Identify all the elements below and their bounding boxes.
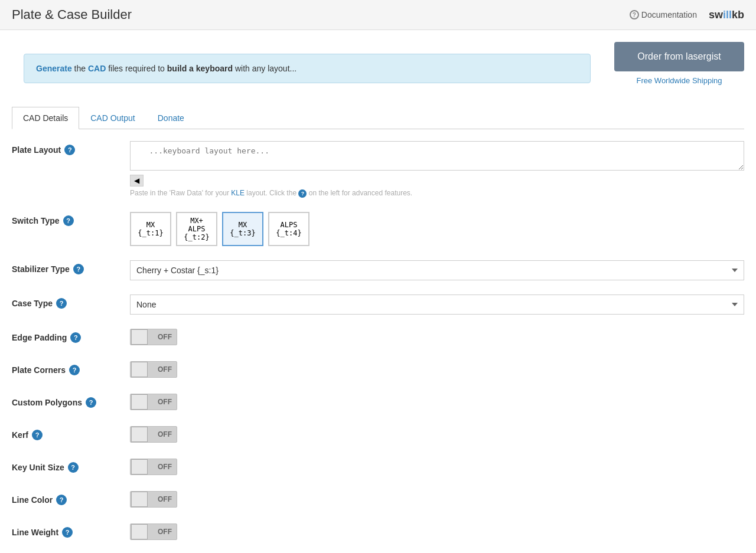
stabilizer-type-select[interactable]: Cherry + Costar {_s:1} Cherry {_s:2} Cos… [130, 260, 744, 280]
banner: Generate the CAD files required to build… [24, 54, 591, 83]
custom-polygons-help-icon[interactable]: ? [86, 397, 96, 408]
switch-type-control: MX{_t:1} MX+ALPS{_t:2} MX{_t:3} ALPS{_t:… [130, 212, 744, 246]
kle-link[interactable]: KLE [231, 189, 245, 197]
tab-cad-output[interactable]: CAD Output [79, 107, 146, 129]
main-content: Plate Layout ? ◀ Paste in the 'Raw Data'… [12, 141, 744, 553]
plate-layout-control: ◀ Paste in the 'Raw Data' for your KLE l… [130, 141, 744, 198]
switch-btn-mx-alps2[interactable]: MX+ALPS{_t:2} [176, 212, 217, 246]
kerf-toggle-knob [131, 427, 148, 442]
case-type-row: Case Type ? None Sandwich Poker [12, 295, 744, 315]
edge-padding-row: Edge Padding ? OFF [12, 329, 744, 347]
plate-corners-toggle-knob [131, 362, 148, 377]
header: Plate & Case Builder ? Documentation swi… [0, 0, 756, 30]
key-unit-size-row: Key Unit Size ? OFF [12, 459, 744, 477]
tab-cad-details[interactable]: CAD Details [12, 107, 79, 129]
line-color-label: Line Color ? [12, 491, 130, 505]
stabilizer-type-row: Stabilizer Type ? Cherry + Costar {_s:1}… [12, 260, 744, 280]
layout-scroll-area [130, 141, 744, 172]
switch-btn-alps4[interactable]: ALPS{_t:4} [268, 212, 309, 246]
custom-polygons-row: Custom Polygons ? OFF [12, 394, 744, 412]
line-color-toggle-knob [131, 492, 148, 507]
documentation-link[interactable]: ? Documentation [630, 10, 697, 19]
line-weight-control: OFF [130, 523, 744, 542]
custom-polygons-toggle-knob [131, 394, 148, 410]
tab-donate[interactable]: Donate [146, 107, 195, 129]
line-color-control: OFF [130, 491, 744, 509]
switch-type-row: Switch Type ? MX{_t:1} MX+ALPS{_t:2} MX{… [12, 212, 744, 246]
key-unit-size-toggle[interactable]: OFF [130, 459, 177, 475]
line-weight-toggle[interactable]: OFF [130, 523, 177, 540]
key-unit-size-toggle-label: OFF [158, 463, 172, 471]
layout-collapse-button[interactable]: ◀ [130, 175, 144, 186]
plate-layout-help-icon[interactable]: ? [64, 145, 75, 155]
free-shipping-text: Free Worldwide Shipping [614, 76, 744, 85]
order-button[interactable]: Order from lasergist [614, 42, 744, 71]
custom-polygons-label: Custom Polygons ? [12, 394, 130, 408]
logo: swillkb [709, 9, 744, 21]
stabilizer-type-control: Cherry + Costar {_s:1} Cherry {_s:2} Cos… [130, 260, 744, 280]
documentation-label: Documentation [641, 10, 697, 19]
edge-padding-toggle[interactable]: OFF [130, 329, 177, 345]
banner-middle: files required to [108, 64, 167, 73]
logo-ill: ill [723, 9, 732, 21]
edge-padding-toggle-label: OFF [158, 333, 172, 341]
line-weight-help-icon[interactable]: ? [62, 527, 73, 538]
switch-type-label: Switch Type ? [12, 212, 130, 226]
line-weight-toggle-label: OFF [158, 528, 172, 536]
line-weight-row: Line Weight ? OFF [12, 523, 744, 542]
banner-end: with any layout... [235, 64, 296, 73]
banner-the: the [74, 64, 88, 73]
plate-layout-label: Plate Layout ? [12, 141, 130, 155]
banner-build: build a keyboard [167, 64, 233, 73]
line-color-row: Line Color ? OFF [12, 491, 744, 509]
kerf-help-icon[interactable]: ? [32, 430, 43, 440]
line-color-toggle[interactable]: OFF [130, 491, 177, 508]
kerf-row: Kerf ? OFF [12, 426, 744, 444]
key-unit-size-label: Key Unit Size ? [12, 459, 130, 473]
custom-polygons-control: OFF [130, 394, 744, 412]
plate-layout-row: Plate Layout ? ◀ Paste in the 'Raw Data'… [12, 141, 744, 198]
case-type-select[interactable]: None Sandwich Poker [130, 295, 744, 315]
plate-layout-input[interactable] [130, 141, 744, 171]
tabs-container: CAD Details CAD Output Donate [12, 107, 744, 129]
plate-corners-toggle-label: OFF [158, 365, 172, 374]
line-weight-label: Line Weight ? [12, 523, 130, 538]
key-unit-size-help-icon[interactable]: ? [68, 462, 79, 473]
plate-corners-row: Plate Corners ? OFF [12, 361, 744, 379]
edge-padding-help-icon[interactable]: ? [70, 332, 81, 343]
custom-polygons-toggle-label: OFF [158, 398, 172, 406]
kerf-label: Kerf ? [12, 426, 130, 440]
plate-corners-label: Plate Corners ? [12, 361, 130, 375]
switch-btn-mx1[interactable]: MX{_t:1} [130, 212, 171, 246]
page-title: Plate & Case Builder [12, 7, 132, 22]
edge-padding-label: Edge Padding ? [12, 329, 130, 343]
kerf-toggle[interactable]: OFF [130, 426, 177, 443]
key-unit-size-toggle-knob [131, 459, 148, 475]
case-type-label: Case Type ? [12, 295, 130, 309]
edge-padding-toggle-knob [131, 329, 148, 345]
logo-kb: kb [732, 9, 744, 21]
kerf-control: OFF [130, 426, 744, 444]
layout-help-text: Paste in the 'Raw Data' for your KLE lay… [130, 189, 744, 198]
layout-advanced-help-icon[interactable]: ? [298, 189, 307, 198]
order-area: Order from lasergist Free Worldwide Ship… [614, 42, 744, 85]
stabilizer-type-help-icon[interactable]: ? [73, 264, 84, 274]
key-unit-size-control: OFF [130, 459, 744, 477]
logo-sw: sw [709, 9, 723, 21]
line-color-toggle-label: OFF [158, 495, 172, 503]
plate-corners-toggle[interactable]: OFF [130, 361, 177, 378]
switch-type-help-icon[interactable]: ? [63, 215, 74, 226]
case-type-help-icon[interactable]: ? [56, 298, 67, 309]
custom-polygons-toggle[interactable]: OFF [130, 394, 177, 410]
plate-corners-control: OFF [130, 361, 744, 379]
banner-cad: CAD [88, 64, 106, 73]
stabilizer-type-label: Stabilizer Type ? [12, 260, 130, 274]
question-icon: ? [630, 10, 639, 19]
stabilizer-type-text: Stabilizer Type [12, 264, 70, 274]
plate-corners-help-icon[interactable]: ? [69, 365, 80, 375]
switch-btn-mx3[interactable]: MX{_t:3} [222, 212, 263, 246]
switch-options: MX{_t:1} MX+ALPS{_t:2} MX{_t:3} ALPS{_t:… [130, 212, 744, 246]
header-right: ? Documentation swillkb [630, 9, 744, 21]
line-color-help-icon[interactable]: ? [56, 495, 67, 505]
line-weight-toggle-knob [131, 524, 148, 539]
